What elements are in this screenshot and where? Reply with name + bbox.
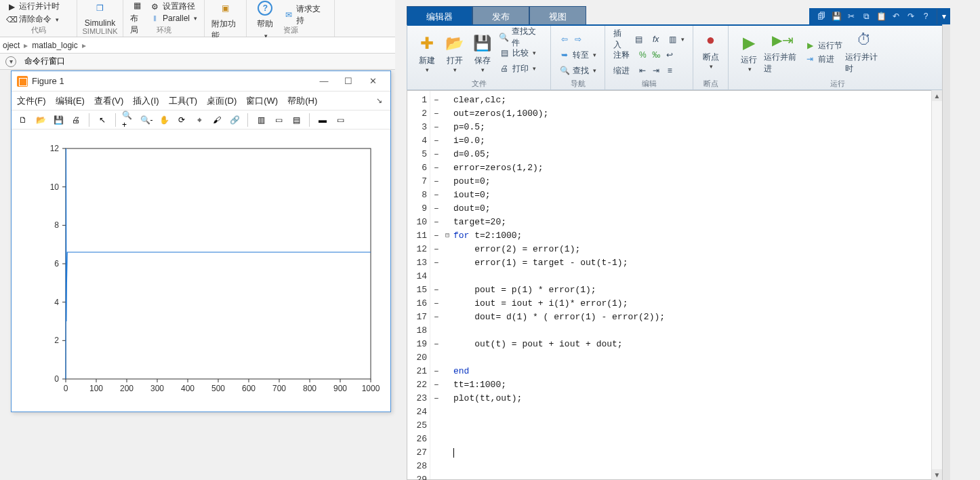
data-cursor-button[interactable]: ⌖ <box>192 113 207 127</box>
insert-text-button[interactable]: ▤ <box>289 113 304 127</box>
show-plot-button[interactable]: ▭ <box>333 113 348 127</box>
doc-find-icon[interactable]: 🗐 <box>816 11 827 22</box>
code-lines[interactable]: clear,clc;out=zeros(1,1000);p=0.5;i=0.0;… <box>452 91 932 479</box>
help-icon[interactable]: ? <box>920 11 931 22</box>
run-icon: ▶ <box>739 33 759 53</box>
clear-commands-button[interactable]: ⌫清除命令▾ <box>5 13 71 26</box>
find-files-button[interactable]: 🔍查找文件 <box>499 31 542 44</box>
menu-insert[interactable]: 插入(I) <box>133 95 159 107</box>
new-file-button[interactable]: 🗋 <box>16 113 30 127</box>
print-button[interactable]: 🖨 <box>68 113 83 127</box>
run-and-time-button2[interactable]: ⏱运行并计时 <box>845 28 883 76</box>
fold-gutter[interactable]: ⊟ <box>443 91 452 479</box>
code-editor[interactable]: 1234567891011121314151617181920212223242… <box>407 90 933 480</box>
breakpoints-button[interactable]: ●断点▾ <box>696 28 726 71</box>
indent-button[interactable]: 缩进 ⇤⇥≡ <box>613 64 685 77</box>
svg-text:0: 0 <box>54 374 59 384</box>
pointer-button[interactable]: ↖ <box>95 113 110 127</box>
link-icon: 🔗 <box>230 115 240 125</box>
breadcrumb-item[interactable]: oject <box>3 41 20 50</box>
advance-button[interactable]: ⇥前进 <box>804 52 834 66</box>
new-button[interactable]: ✚新建▾ <box>413 32 441 75</box>
zoom-out-button[interactable]: 🔍- <box>139 113 154 127</box>
panel-options-dropdown[interactable]: ▾ <box>937 8 950 24</box>
menu-file[interactable]: 文件(F) <box>17 95 46 107</box>
simulink-button[interactable]: ❐ Simulink <box>83 0 117 28</box>
find-button[interactable]: 🔍查找▾ <box>559 64 596 77</box>
minimize-button[interactable]: — <box>312 74 336 89</box>
find-files-icon: 🔍 <box>499 32 509 43</box>
goto-button[interactable]: ➥转至▾ <box>559 48 596 62</box>
copy-icon[interactable]: ⧉ <box>861 11 872 22</box>
print-button[interactable]: 🖨打印▾ <box>499 62 542 75</box>
prev-next-buttons[interactable]: ⇦⇨ <box>559 33 596 46</box>
editor-scrollbar[interactable]: ▲ ▼ <box>931 90 942 480</box>
percent-icon: % <box>637 49 648 60</box>
link-button[interactable]: 🔗 <box>227 113 242 127</box>
editor-tabs: 编辑器发布视图 <box>407 5 586 26</box>
run-section-button[interactable]: ▶运行节 <box>804 39 842 52</box>
panel-divider[interactable] <box>942 24 950 480</box>
open-file-button[interactable]: 📂 <box>33 113 48 127</box>
scroll-up-icon[interactable]: ▲ <box>932 90 942 101</box>
comment-button[interactable]: 注释 %‰↩ <box>613 48 685 62</box>
brush-icon: 🖌 <box>213 115 221 125</box>
menu-window[interactable]: 窗口(W) <box>246 95 278 107</box>
figure-titlebar[interactable]: Figure 1 — ☐ ✕ <box>12 71 390 92</box>
svg-text:500: 500 <box>211 384 224 393</box>
redo-icon[interactable]: ↷ <box>905 11 916 22</box>
run-advance-button[interactable]: ▶⇥运行并前进 <box>764 28 802 76</box>
maximize-button[interactable]: ☐ <box>336 74 361 89</box>
figure-menubar: 文件(F) 编辑(E) 查看(V) 插入(I) 工具(T) 桌面(D) 窗口(W… <box>12 92 390 111</box>
breadcrumb-item[interactable]: matlab_logic <box>32 41 77 50</box>
home-toolbar: ▶运行并计时 ⌫清除命令▾ 代码 ❐ Simulink SIMULINK ▦布局… <box>0 0 395 37</box>
prev-arrow-icon: ⇦ <box>559 34 570 45</box>
brush-button[interactable]: 🖌 <box>209 113 224 127</box>
group-label: 文件 <box>407 79 550 89</box>
show-plot-icon: ▭ <box>337 115 344 125</box>
save-icon[interactable]: 💾 <box>831 11 842 22</box>
breakpoint-gutter[interactable]: –––––––––––––––––––– <box>430 91 443 479</box>
parallel-button[interactable]: ⦀Parallel▾ <box>149 13 199 24</box>
close-button[interactable]: ✕ <box>361 74 385 89</box>
insert-button[interactable]: 插入 ▤ fx ▥▾ <box>613 33 685 46</box>
zoom-in-button[interactable]: 🔍+ <box>121 113 136 127</box>
scroll-down-icon[interactable]: ▼ <box>932 469 942 480</box>
save-button[interactable]: 💾保存▾ <box>468 32 496 75</box>
figure-axes[interactable]: 0100200300400500600700800900100002468101… <box>12 129 390 412</box>
search-icon: 🔍 <box>559 65 570 76</box>
expand-circle-icon[interactable]: ▾ <box>5 56 16 67</box>
print-icon: 🖨 <box>499 63 510 74</box>
set-path-button[interactable]: ⚙设置路径 <box>149 0 199 13</box>
menu-tools[interactable]: 工具(T) <box>169 95 198 107</box>
colorbar-button[interactable]: ▥ <box>253 113 268 127</box>
svg-text:10: 10 <box>49 182 59 192</box>
insert-legend-button[interactable]: ▭ <box>271 113 286 127</box>
open-button[interactable]: 📂打开▾ <box>441 32 468 75</box>
toolbar-collapse-icon[interactable]: ↘ <box>373 96 385 105</box>
insert-text-icon: ▤ <box>293 115 300 125</box>
group-label: 环境 <box>123 25 204 35</box>
run-button[interactable]: ▶运行▾ <box>734 31 764 74</box>
goto-icon: ➥ <box>559 49 570 60</box>
rotate3d-button[interactable]: ⟳ <box>174 113 189 127</box>
pan-button[interactable]: ✋ <box>157 113 171 127</box>
colorbar-icon: ▥ <box>258 115 265 125</box>
run-and-time-button[interactable]: ▶运行并计时 <box>5 0 71 13</box>
toolbar-divider <box>89 113 89 127</box>
undo-icon[interactable]: ↶ <box>891 11 901 22</box>
menu-view[interactable]: 查看(V) <box>94 95 123 107</box>
request-support-button[interactable]: ✉请求支持 <box>283 3 329 27</box>
figure-title: Figure 1 <box>32 76 312 86</box>
compare-button[interactable]: ▤比较▾ <box>499 46 542 60</box>
menu-edit[interactable]: 编辑(E) <box>56 95 85 107</box>
hide-plot-button[interactable]: ▬ <box>315 113 330 127</box>
paste-icon[interactable]: 📋 <box>876 11 886 22</box>
save-file-button[interactable]: 💾 <box>51 113 66 127</box>
svg-text:1000: 1000 <box>361 384 380 393</box>
cut-icon[interactable]: ✂ <box>846 11 857 22</box>
breadcrumb[interactable]: oject ▸ matlab_logic ▸ <box>0 37 395 54</box>
menu-help[interactable]: 帮助(H) <box>287 95 317 107</box>
menu-desktop[interactable]: 桌面(D) <box>207 95 237 107</box>
svg-text:800: 800 <box>302 384 316 393</box>
